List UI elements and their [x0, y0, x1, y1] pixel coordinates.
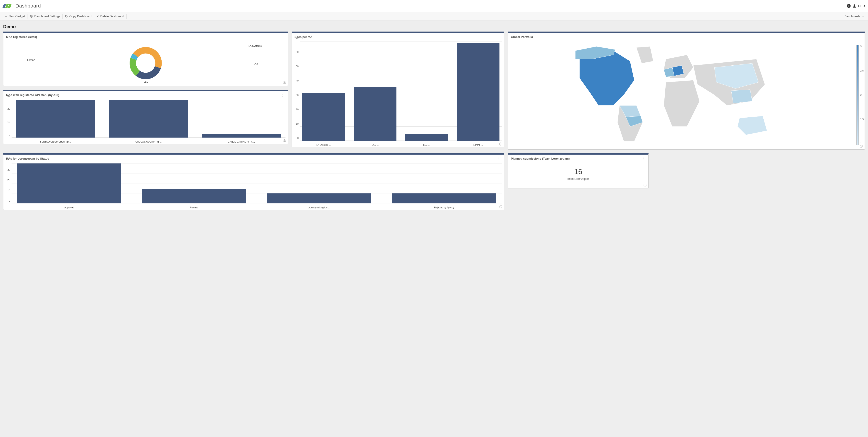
user-icon — [852, 4, 857, 8]
gadget-menu-icon[interactable]: ⋮ — [641, 156, 646, 161]
copy-dashboard-button[interactable]: Copy Dashboard — [63, 13, 94, 19]
gadget-title: MAs registered (sites) — [6, 35, 37, 38]
x-axis-label: Agency waiting for r... — [262, 206, 377, 209]
bar[interactable] — [267, 194, 371, 203]
bar-chart: 010203040ApprovedPlannedAgency waiting f… — [3, 162, 504, 210]
map-legend: 32.521.51 — [855, 45, 861, 145]
donut-label: LAS — [253, 62, 258, 65]
app-title: Dashboard — [16, 3, 41, 9]
bar[interactable] — [354, 87, 397, 141]
x-axis-label: LA Systems ... — [300, 144, 347, 146]
gadget-global-portfolio: Global Portfolio ⋮ — [508, 32, 865, 150]
legend-tick: 1.5 — [860, 118, 864, 120]
gadget-menu-icon[interactable]: ⋮ — [497, 35, 501, 39]
x-axis-label: Approved — [11, 206, 127, 209]
bar[interactable] — [457, 43, 499, 141]
gadget-menu-icon[interactable]: ⋮ — [857, 35, 862, 39]
donut-label: LA Systems — [248, 45, 262, 47]
delete-dashboard-label: Delete Dashboard — [100, 14, 124, 18]
dashboard-settings-button[interactable]: Dashboard Settings — [27, 13, 63, 19]
bar[interactable] — [16, 100, 95, 138]
svg-rect-4 — [66, 16, 68, 17]
x-axis-label: Rejected by Agency — [387, 206, 502, 209]
copy-icon — [65, 15, 68, 18]
legend-tick: 3 — [860, 45, 864, 48]
gear-icon — [30, 15, 33, 18]
gadget-title: Global Portfolio — [511, 35, 533, 38]
gadget-menu-icon[interactable]: ⋮ — [280, 93, 285, 97]
x-axis-label: COCOA LIQUOR® - v1 ... — [104, 141, 192, 143]
gadget-planned-submissions: Planned submissions (Team Lorenzepam) ⋮ … — [508, 153, 649, 188]
help-icon[interactable]: ? — [845, 2, 852, 9]
gadget-ras-by-status: RAs for Lorenzepam by Status ⋮ 010203040… — [3, 153, 504, 210]
chevron-down-icon — [862, 15, 864, 18]
bar[interactable] — [109, 100, 188, 138]
info-icon[interactable]: ⓘ — [644, 183, 647, 187]
page-title: Demo — [0, 21, 868, 32]
world-map: 32.521.51 — [508, 40, 865, 149]
bar-chart: 0102030BENZALKONIUM CHLORID...COCOA LIQU… — [3, 98, 288, 144]
delete-dashboard-button[interactable]: Delete Dashboard — [94, 13, 127, 19]
copy-dashboard-label: Copy Dashboard — [69, 14, 91, 18]
donut-label: Lorenz — [27, 59, 35, 61]
donut-chart: LA Systems LAS LLC Lorenz — [3, 40, 288, 86]
info-icon[interactable]: ⓘ — [283, 81, 286, 85]
gadget-title: Planned submissions (Team Lorenzepam) — [511, 157, 569, 160]
info-icon[interactable]: ⓘ — [860, 144, 863, 148]
gadget-menu-icon[interactable]: ⋮ — [280, 35, 285, 39]
topbar: Dashboard ? DEU — [0, 0, 868, 12]
user-label: DEU — [858, 4, 865, 8]
x-axis-label: LAS ... — [351, 144, 399, 146]
gadget-mas-api: MAs with registered API Man. (by API) ⋮ … — [3, 90, 288, 144]
new-gadget-button[interactable]: New Gadget — [2, 13, 27, 19]
x-axis-label: BENZALKONIUM CHLORID... — [11, 141, 99, 143]
info-icon[interactable]: ⓘ — [499, 142, 502, 146]
new-gadget-label: New Gadget — [9, 14, 25, 18]
bar[interactable] — [17, 164, 121, 203]
planned-subtitle: Team Lorenzepam — [508, 176, 648, 188]
planned-value: 16 — [508, 162, 648, 176]
bar[interactable] — [142, 189, 246, 203]
legend-tick: 2.5 — [860, 69, 864, 72]
x-axis-label: Lorenz ... — [454, 144, 502, 146]
x-axis-label: GARLIC EXTRACT® - v1... — [198, 141, 285, 143]
x-axis-label: Planned — [136, 206, 252, 209]
dashboard-settings-label: Dashboard Settings — [34, 14, 60, 18]
svg-point-2 — [854, 4, 855, 6]
app-logo — [3, 3, 13, 9]
gadget-title: RAs for Lorenzepam by Status — [6, 157, 49, 160]
bar[interactable] — [405, 134, 448, 141]
dashboards-dropdown-label: Dashboards — [844, 14, 860, 18]
legend-tick: 2 — [860, 93, 864, 96]
x-axis-label: LLC ... — [403, 144, 451, 146]
bar[interactable] — [392, 194, 496, 203]
close-icon — [96, 15, 99, 18]
dashboard-grid: MAs registered (sites) ⋮ LA Syste — [0, 32, 868, 217]
svg-text:?: ? — [848, 4, 849, 7]
info-icon[interactable]: ⓘ — [283, 139, 286, 143]
info-icon[interactable]: ⓘ — [499, 205, 502, 209]
toolbar: New Gadget Dashboard Settings Copy Dashb… — [0, 12, 868, 21]
gadget-mas-registered: MAs registered (sites) ⋮ LA Syste — [3, 32, 288, 86]
bar[interactable] — [302, 93, 345, 141]
left-column: MAs registered (sites) ⋮ LA Syste — [3, 32, 288, 144]
dashboards-dropdown[interactable]: Dashboards — [844, 14, 866, 18]
plus-icon — [4, 15, 7, 18]
bar[interactable] — [202, 134, 281, 138]
user-menu[interactable]: DEU — [852, 4, 865, 8]
svg-point-3 — [31, 16, 32, 17]
gadget-title: MAs with registered API Man. (by API) — [6, 93, 59, 97]
gadget-sites-per-ma: Sites per MA ⋮ 010203040506070LA Systems… — [291, 32, 504, 147]
bar-chart: 010203040506070LA Systems ...LAS ...LLC … — [292, 40, 504, 147]
donut-label: LLC — [144, 80, 148, 83]
gadget-menu-icon[interactable]: ⋮ — [497, 156, 501, 161]
